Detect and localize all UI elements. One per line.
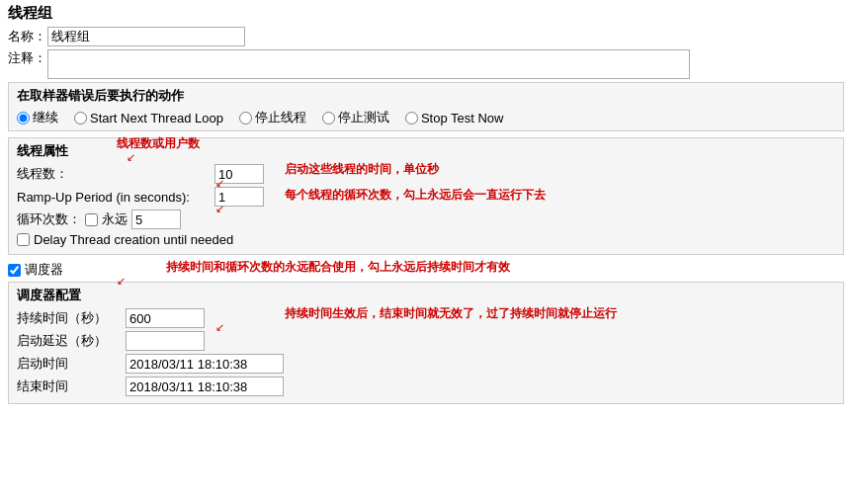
start-time-input[interactable]: [126, 354, 284, 374]
note-textarea[interactable]: [47, 49, 690, 79]
radio-stop-test-now[interactable]: Stop Test Now: [405, 111, 504, 126]
radio-stop-test-label: 停止测试: [338, 109, 389, 126]
radio-continue-input[interactable]: [17, 112, 30, 125]
radio-continue-label: 继续: [33, 109, 58, 126]
note-row: 注释：: [8, 49, 844, 79]
duration-label: 持续时间（秒）: [17, 309, 126, 327]
radio-next-loop-label: Start Next Thread Loop: [90, 111, 223, 126]
radio-next-loop[interactable]: Start Next Thread Loop: [74, 111, 223, 126]
scheduler-label: 调度器: [25, 261, 63, 279]
duration-row: 持续时间（秒）: [17, 308, 835, 328]
start-time-row: 启动时间: [17, 354, 835, 374]
name-input[interactable]: [47, 27, 245, 46]
radio-stop-test-now-label: Stop Test Now: [421, 111, 504, 126]
radio-stop-test[interactable]: 停止测试: [322, 109, 389, 126]
startup-delay-row: 启动延迟（秒）: [17, 331, 835, 351]
delay-label: Delay Thread creation until needed: [34, 232, 233, 247]
radio-stop-test-now-input[interactable]: [405, 112, 418, 125]
loop-forever-checkbox[interactable]: [85, 213, 98, 226]
thread-count-row: 线程数：: [17, 164, 835, 184]
loop-label: 循环次数：: [17, 210, 81, 228]
thread-count-label: 线程数：: [17, 165, 214, 183]
delay-checkbox[interactable]: [17, 233, 30, 246]
radio-next-loop-input[interactable]: [74, 112, 87, 125]
thread-props-title: 线程属性: [17, 142, 835, 160]
loop-row: 循环次数： 永远: [17, 210, 835, 229]
loop-count-input[interactable]: [131, 210, 181, 229]
thread-props-section: 线程属性 线程数： Ramp-Up Period (in seconds): 循…: [8, 137, 844, 255]
scheduler-section-title: 调度器配置: [17, 287, 835, 304]
radio-stop-thread[interactable]: 停止线程: [239, 109, 306, 126]
delay-row: Delay Thread creation until needed: [17, 232, 835, 247]
page-title: 线程组: [8, 4, 844, 23]
end-time-row: 结束时间: [17, 377, 835, 396]
rampup-label: Ramp-Up Period (in seconds):: [17, 190, 214, 205]
radio-stop-thread-input[interactable]: [239, 112, 252, 125]
end-time-input[interactable]: [126, 377, 284, 396]
radio-stop-thread-label: 停止线程: [255, 109, 306, 126]
scheduler-section: 调度器配置 持续时间（秒） 启动延迟（秒） 启动时间: [8, 282, 844, 404]
radio-continue[interactable]: 继续: [17, 109, 58, 126]
name-row: 名称：: [8, 27, 844, 46]
scheduler-checkbox[interactable]: [8, 264, 21, 277]
rampup-row: Ramp-Up Period (in seconds):: [17, 187, 835, 207]
action-section: 在取样器错误后要执行的动作 继续 Start Next Thread Loop …: [8, 82, 844, 131]
action-radio-group: 继续 Start Next Thread Loop 停止线程 停止测试 Stop…: [17, 109, 835, 126]
note-label: 注释：: [8, 49, 47, 67]
thread-count-input[interactable]: [214, 164, 264, 184]
end-time-label: 结束时间: [17, 378, 126, 395]
scheduler-checkbox-row: 调度器: [8, 261, 844, 279]
startup-delay-input[interactable]: [126, 331, 205, 351]
startup-delay-label: 启动延迟（秒）: [17, 332, 126, 350]
loop-forever-label: 永远: [102, 210, 128, 228]
duration-input[interactable]: [126, 308, 205, 328]
action-section-title: 在取样器错误后要执行的动作: [17, 87, 835, 105]
start-time-label: 启动时间: [17, 355, 126, 373]
radio-stop-test-input[interactable]: [322, 112, 335, 125]
name-label: 名称：: [8, 28, 47, 45]
rampup-input[interactable]: [214, 187, 264, 207]
